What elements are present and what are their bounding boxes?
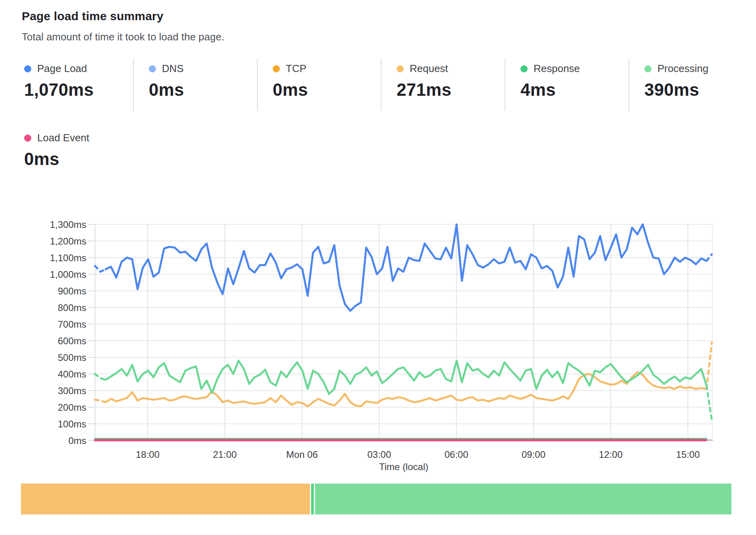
page-title: Page load time summary — [22, 9, 224, 23]
legend-value: 0ms — [24, 149, 133, 169]
totals-bar-segment-response[interactable] — [311, 484, 314, 514]
x-tick-label: 06:00 — [444, 449, 468, 460]
x-tick-label: 21:00 — [213, 449, 237, 460]
response-dot-icon — [520, 65, 528, 72]
request-dot-icon — [397, 65, 404, 72]
y-tick-label: 700ms — [58, 319, 86, 330]
x-tick-label: 15:00 — [676, 449, 700, 460]
page-load-dot-icon — [24, 65, 31, 72]
legend-label: Response — [534, 63, 580, 75]
legend-summary-row: Page Load 1,070ms DNS 0ms TCP 0ms Reques… — [22, 59, 752, 111]
chart-line-request-dash-tail — [707, 342, 712, 389]
y-tick-label: 900ms — [58, 286, 86, 296]
page-load-time-summary-panel: { "header": { "title": "Page load time s… — [0, 0, 756, 535]
legend-item-dns[interactable]: DNS 0ms — [133, 59, 257, 111]
dns-dot-icon — [149, 65, 156, 72]
page-load-time-chart[interactable]: 0ms100ms200ms300ms400ms500ms600ms700ms80… — [0, 174, 756, 535]
processing-dot-icon — [644, 65, 652, 72]
legend-value: 0ms — [149, 80, 257, 100]
page-subtitle: Total amount of time it took to load the… — [22, 31, 224, 43]
y-tick-label: 0ms — [68, 435, 86, 446]
x-tick-label: 18:00 — [136, 449, 160, 460]
legend-item-request[interactable]: Request 271ms — [381, 59, 505, 111]
legend-item-processing[interactable]: Processing 390ms — [629, 59, 752, 111]
legend-value: 390ms — [644, 80, 752, 100]
chart-line-page_load — [106, 224, 707, 311]
y-tick-label: 500ms — [58, 352, 86, 363]
legend-item-tcp[interactable]: TCP 0ms — [257, 59, 381, 111]
legend-item-load-event[interactable]: Load Event 0ms — [22, 128, 133, 180]
load-event-dot-icon — [24, 135, 31, 142]
x-tick-label: 12:00 — [599, 449, 623, 460]
totals-bar-segment-request[interactable] — [21, 484, 310, 514]
legend-label: Request — [410, 63, 448, 75]
chart-line-request-dash-head — [95, 400, 106, 402]
legend-value: 271ms — [397, 80, 505, 100]
y-tick-label: 1,100ms — [50, 252, 86, 263]
chart-line-processing — [106, 360, 707, 394]
y-tick-label: 1,200ms — [50, 236, 86, 247]
legend-value: 1,070ms — [24, 80, 133, 100]
chart-header: Page load time summary Total amount of t… — [22, 9, 224, 43]
legend-value: 0ms — [273, 80, 381, 100]
x-axis-title: Time (local) — [379, 461, 428, 472]
legend-item-page-load[interactable]: Page Load 1,070ms — [22, 59, 133, 111]
legend-label: TCP — [286, 63, 306, 75]
legend-item-response[interactable]: Response 4ms — [505, 59, 629, 111]
y-tick-label: 200ms — [58, 402, 86, 413]
y-tick-label: 100ms — [58, 419, 86, 429]
y-tick-label: 1,300ms — [50, 219, 86, 230]
legend-label: Page Load — [37, 63, 87, 75]
timeseries-chart-area: 0ms100ms200ms300ms400ms500ms600ms700ms80… — [0, 174, 756, 535]
legend-summary-row-2: Load Event 0ms — [22, 128, 133, 180]
y-tick-label: 400ms — [58, 369, 86, 379]
x-tick-label: 09:00 — [522, 449, 545, 460]
y-tick-label: 600ms — [58, 336, 86, 346]
chart-line-request — [106, 372, 707, 406]
tcp-dot-icon — [273, 65, 280, 72]
legend-value: 4ms — [520, 80, 629, 100]
y-tick-label: 300ms — [58, 385, 86, 396]
x-tick-label: 03:00 — [367, 449, 391, 460]
y-tick-label: 800ms — [58, 302, 86, 313]
x-tick-label: Mon 06 — [286, 449, 318, 460]
chart-line-processing-dash-head — [95, 374, 106, 380]
legend-label: Load Event — [37, 132, 89, 144]
chart-line-page_load-dash-head — [95, 266, 106, 272]
legend-label: Processing — [657, 63, 709, 75]
totals-bar-segment-processing[interactable] — [315, 484, 731, 514]
y-tick-label: 1,000ms — [50, 269, 86, 280]
legend-label: DNS — [162, 63, 184, 75]
